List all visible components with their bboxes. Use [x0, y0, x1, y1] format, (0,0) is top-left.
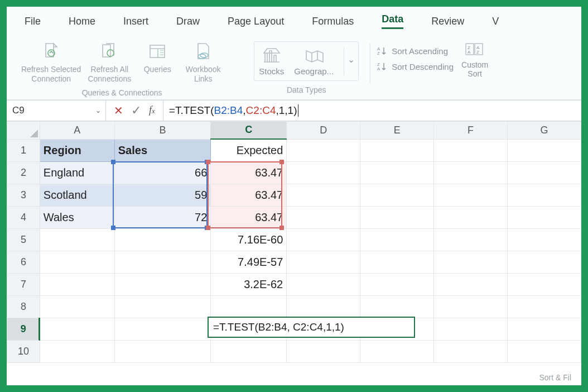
name-box[interactable]: C9 ⌄ [7, 101, 106, 121]
data-types-more-button[interactable] [344, 47, 354, 75]
cell-G6[interactable] [508, 251, 581, 273]
cell-D2[interactable] [287, 161, 360, 184]
cell-E10[interactable] [360, 340, 434, 362]
cell-D4[interactable] [287, 206, 360, 228]
cell-G10[interactable] [508, 340, 581, 362]
cell-editor[interactable]: =T.TEST(B2:B4, C2:C4,1,1) [208, 317, 415, 338]
cell-A5[interactable] [40, 228, 114, 251]
row-header-4[interactable]: 4 [7, 206, 40, 228]
cell-D6[interactable] [287, 251, 360, 273]
stocks-button[interactable]: Stocks [259, 46, 284, 76]
cell-B4[interactable]: 72 [114, 206, 211, 228]
row-header-6[interactable]: 6 [7, 251, 40, 273]
cell-D1[interactable] [287, 139, 360, 161]
cell-G9[interactable] [508, 318, 581, 340]
fx-button[interactable]: fx [149, 104, 155, 116]
row-header-7[interactable]: 7 [7, 273, 40, 295]
row-header-1[interactable]: 1 [7, 139, 40, 161]
row-header-8[interactable]: 8 [7, 295, 40, 318]
cell-B3[interactable]: 59 [114, 184, 211, 206]
cell-G2[interactable] [508, 161, 581, 184]
tab-file[interactable]: File [25, 16, 41, 27]
cell-F4[interactable] [434, 206, 508, 228]
cell-C4[interactable]: 63.47 [211, 206, 287, 228]
cell-D5[interactable] [287, 228, 360, 251]
sort-descending-button[interactable]: ZA Sort Descending [377, 61, 454, 71]
cell-B1[interactable]: Sales [114, 139, 211, 161]
cell-F1[interactable] [434, 139, 508, 161]
cell-G3[interactable] [508, 184, 581, 206]
enter-button[interactable]: ✓ [131, 103, 141, 118]
tab-draw[interactable]: Draw [176, 16, 200, 27]
row-header-3[interactable]: 3 [7, 184, 40, 206]
cell-A8[interactable] [40, 295, 114, 318]
refresh-selected-button[interactable]: Refresh Selected Connection [21, 41, 81, 84]
cell-E2[interactable] [360, 161, 434, 184]
cell-A4[interactable]: Wales [40, 206, 114, 228]
cell-F3[interactable] [434, 184, 508, 206]
queries-button[interactable]: Queries [138, 41, 177, 74]
cell-F5[interactable] [434, 228, 508, 251]
cell-E3[interactable] [360, 184, 434, 206]
cell-G1[interactable] [508, 139, 581, 161]
cell-E1[interactable] [360, 139, 434, 161]
cell-D8[interactable] [287, 295, 360, 318]
tab-insert[interactable]: Insert [123, 16, 148, 27]
cell-F10[interactable] [434, 340, 508, 362]
col-header-B[interactable]: B [114, 121, 211, 139]
cell-G4[interactable] [508, 206, 581, 228]
workbook-links-button[interactable]: Workbook Links [184, 41, 223, 84]
cell-D10[interactable] [287, 340, 360, 362]
cell-B10[interactable] [114, 340, 211, 362]
tab-page-layout[interactable]: Page Layout [228, 16, 284, 27]
cell-C7[interactable]: 3.2E-62 [211, 273, 287, 295]
cell-F7[interactable] [434, 273, 508, 295]
cell-C5[interactable]: 7.16E-60 [211, 228, 287, 251]
cell-B8[interactable] [114, 295, 211, 318]
row-header-10[interactable]: 10 [7, 340, 40, 362]
cell-G8[interactable] [508, 295, 581, 318]
row-header-9[interactable]: 9 [7, 318, 40, 340]
cell-E5[interactable] [360, 228, 434, 251]
col-header-E[interactable]: E [360, 121, 434, 139]
sort-ascending-button[interactable]: AZ Sort Ascending [377, 46, 454, 56]
cell-C2[interactable]: 63.47 [211, 161, 287, 184]
col-header-G[interactable]: G [508, 121, 581, 139]
cell-A2[interactable]: England [40, 161, 114, 184]
cell-A10[interactable] [40, 340, 114, 362]
cancel-button[interactable]: ✕ [114, 104, 123, 117]
cell-G5[interactable] [508, 228, 581, 251]
col-header-A[interactable]: A [40, 121, 114, 139]
cell-D3[interactable] [287, 184, 360, 206]
cell-C10[interactable] [211, 340, 287, 362]
cell-A3[interactable]: Scotland [40, 184, 114, 206]
cell-F9[interactable] [434, 318, 508, 340]
cell-B6[interactable] [114, 251, 211, 273]
col-header-D[interactable]: D [287, 121, 360, 139]
col-header-F[interactable]: F [434, 121, 508, 139]
row-header-5[interactable]: 5 [7, 228, 40, 251]
cell-B2[interactable]: 66 [114, 161, 211, 184]
cell-C1[interactable]: Expected [211, 139, 287, 161]
tab-home[interactable]: Home [69, 16, 95, 27]
tab-review[interactable]: Review [431, 16, 464, 27]
cell-B5[interactable] [114, 228, 211, 251]
formula-input[interactable]: =T.TEST(B2:B4, C2:C4,1,1) [163, 104, 581, 117]
refresh-all-button[interactable]: Refresh All Connections [88, 41, 131, 84]
worksheet-grid[interactable]: A B C D E F G 1 Region Sales Expected [7, 121, 581, 365]
cell-A7[interactable] [40, 273, 114, 295]
cell-C8[interactable] [211, 295, 287, 318]
cell-A1[interactable]: Region [40, 139, 114, 161]
cell-B7[interactable] [114, 273, 211, 295]
cell-E6[interactable] [360, 251, 434, 273]
geography-button[interactable]: Geograp... [294, 46, 334, 76]
cell-F2[interactable] [434, 161, 508, 184]
cell-F6[interactable] [434, 251, 508, 273]
col-header-C[interactable]: C [211, 121, 287, 139]
cell-E7[interactable] [360, 273, 434, 295]
cell-C3[interactable]: 63.47 [211, 184, 287, 206]
name-box-dropdown-icon[interactable]: ⌄ [95, 107, 101, 114]
cell-E4[interactable] [360, 206, 434, 228]
cell-E8[interactable] [360, 295, 434, 318]
cell-A6[interactable] [40, 251, 114, 273]
